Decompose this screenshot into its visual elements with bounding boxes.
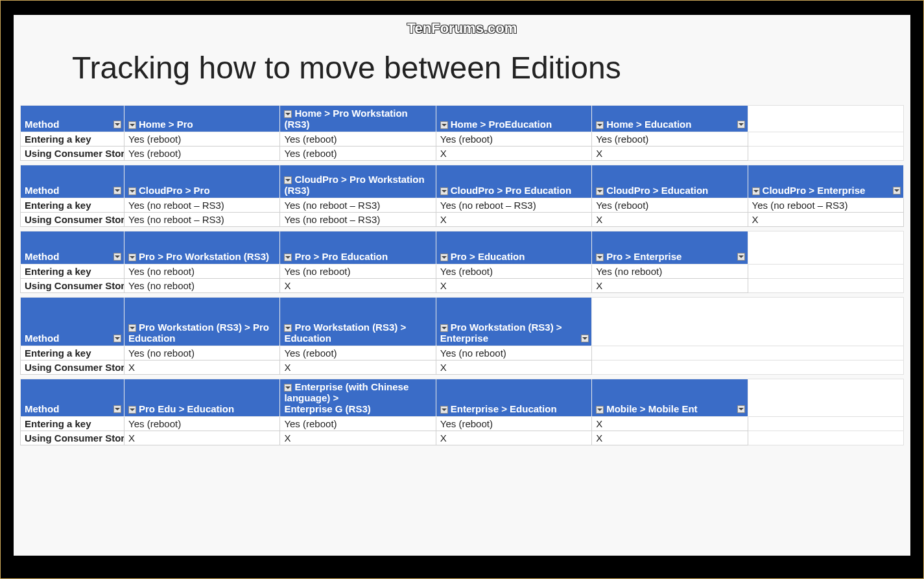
cell: X: [748, 213, 903, 227]
editions-table: MethodPro Edu > EducationEnterprise (wit…: [20, 379, 904, 445]
column-header-label: Pro > Pro Workstation (RS3): [139, 251, 269, 262]
filter-dropdown-icon[interactable]: [440, 406, 448, 414]
column-header-label: Pro Workstation (RS3) > Enterprise: [440, 322, 562, 344]
column-header[interactable]: Pro Workstation (RS3) > Enterprise: [436, 298, 591, 346]
cell: X: [280, 360, 436, 375]
filter-dropdown-icon[interactable]: [113, 121, 121, 128]
filter-dropdown-icon[interactable]: [128, 121, 136, 129]
filter-dropdown-icon[interactable]: [284, 176, 292, 184]
filter-dropdown-icon[interactable]: [596, 254, 604, 261]
filter-dropdown-icon[interactable]: [737, 253, 745, 261]
row-label: Entering a key: [21, 132, 124, 147]
filter-dropdown-icon[interactable]: [440, 324, 448, 332]
filter-dropdown-icon[interactable]: [128, 187, 136, 195]
filter-dropdown-icon[interactable]: [752, 187, 760, 195]
filter-dropdown-icon[interactable]: [440, 187, 448, 195]
table-row: Entering a keyYes (no reboot)Yes (reboot…: [21, 346, 904, 360]
filter-dropdown-icon[interactable]: [737, 121, 745, 128]
column-header-label: Home > Education: [606, 119, 691, 130]
filter-dropdown-icon[interactable]: [596, 121, 604, 129]
row-label: Using Consumer Store: [21, 431, 124, 445]
filter-dropdown-icon[interactable]: [581, 335, 589, 342]
filter-dropdown-icon[interactable]: [284, 324, 292, 332]
column-header-method[interactable]: Method: [21, 106, 124, 132]
row-label: Using Consumer Store: [21, 279, 124, 293]
filter-dropdown-icon[interactable]: [737, 405, 745, 413]
row-label: Using Consumer Store: [21, 147, 124, 161]
table-row: Entering a keyYes (reboot)Yes (reboot)Ye…: [21, 132, 904, 147]
column-header[interactable]: Home > Pro Workstation (RS3): [280, 106, 436, 132]
column-header[interactable]: CloudPro > Pro Education: [436, 165, 591, 198]
column-header[interactable]: Enterprise > Education: [436, 379, 591, 417]
filter-dropdown-icon[interactable]: [440, 121, 448, 129]
filter-dropdown-icon[interactable]: [596, 406, 604, 414]
column-header[interactable]: CloudPro > Education: [592, 165, 748, 198]
filter-dropdown-icon[interactable]: [893, 187, 901, 195]
column-header[interactable]: Pro Workstation (RS3) > Education: [280, 298, 436, 346]
filter-dropdown-icon[interactable]: [113, 405, 121, 413]
column-header-label: CloudPro > Education: [606, 185, 708, 196]
row-label: Entering a key: [21, 265, 124, 279]
column-header[interactable]: Home > Pro: [124, 106, 280, 132]
row-label: Entering a key: [21, 198, 124, 213]
column-header-empty: [592, 298, 904, 346]
cell: Yes (no reboot – RS3): [280, 198, 436, 213]
cell: Yes (reboot): [436, 417, 591, 431]
cell: X: [436, 147, 591, 161]
column-header[interactable]: CloudPro > Pro: [124, 165, 280, 198]
page-title: Tracking how to move between Editions: [14, 15, 910, 105]
cell: Yes (no reboot): [124, 265, 280, 279]
column-header-label: Pro Edu > Education: [139, 403, 234, 414]
filter-dropdown-icon[interactable]: [440, 254, 448, 261]
cell: Yes (no reboot – RS3): [280, 213, 436, 227]
column-header[interactable]: CloudPro > Enterprise: [748, 165, 903, 198]
cell: Yes (reboot): [436, 132, 591, 147]
filter-dropdown-icon[interactable]: [284, 254, 292, 261]
cell: X: [280, 431, 436, 445]
filter-dropdown-icon[interactable]: [113, 187, 121, 195]
column-header[interactable]: Pro > Pro Education: [280, 231, 436, 265]
filter-dropdown-icon[interactable]: [596, 187, 604, 195]
column-header-label: Mobile > Mobile Ent: [606, 403, 697, 414]
cell: X: [592, 279, 748, 293]
column-header[interactable]: Pro > Pro Workstation (RS3): [124, 231, 280, 265]
column-header-label: CloudPro > Pro: [139, 185, 210, 196]
table-row: Entering a keyYes (no reboot – RS3)Yes (…: [21, 198, 904, 213]
filter-dropdown-icon[interactable]: [128, 254, 136, 261]
column-header[interactable]: Home > ProEducation: [436, 106, 591, 132]
column-header-method[interactable]: Method: [21, 231, 124, 265]
table-row: Entering a keyYes (no reboot)Yes (no reb…: [21, 265, 904, 279]
filter-dropdown-icon[interactable]: [284, 110, 292, 118]
filter-dropdown-icon[interactable]: [113, 253, 121, 261]
filter-dropdown-icon[interactable]: [128, 406, 136, 414]
column-header[interactable]: Pro > Education: [436, 231, 591, 265]
cell: [748, 147, 903, 161]
cell: Yes (no reboot): [436, 346, 591, 360]
cell: X: [124, 431, 280, 445]
cell: X: [592, 147, 748, 161]
cell: [748, 279, 903, 293]
cell: X: [436, 279, 591, 293]
row-label: Using Consumer Store: [21, 360, 124, 375]
column-header-method[interactable]: Method: [21, 165, 124, 198]
column-header-label: Pro Workstation (RS3) > Education: [284, 322, 406, 344]
column-header-method[interactable]: Method: [21, 298, 124, 346]
cell: X: [592, 417, 748, 431]
table-row: Using Consumer StoreXXX: [21, 360, 904, 375]
editions-table: MethodCloudPro > ProCloudPro > Pro Works…: [20, 165, 904, 227]
column-header[interactable]: CloudPro > Pro Workstation (RS3): [280, 165, 436, 198]
row-label: Entering a key: [21, 346, 124, 360]
editions-table: MethodPro > Pro Workstation (RS3)Pro > P…: [20, 231, 904, 293]
column-header-method[interactable]: Method: [21, 379, 124, 417]
cell: Yes (reboot): [124, 417, 280, 431]
filter-dropdown-icon[interactable]: [128, 324, 136, 332]
filter-dropdown-icon[interactable]: [284, 384, 292, 392]
column-header[interactable]: Pro Edu > Education: [124, 379, 280, 417]
column-header[interactable]: Home > Education: [592, 106, 748, 132]
filter-dropdown-icon[interactable]: [113, 335, 121, 342]
column-header-label: Home > Pro Workstation (RS3): [284, 108, 407, 130]
column-header[interactable]: Mobile > Mobile Ent: [592, 379, 748, 417]
column-header[interactable]: Enterprise (with Chinese language) >Ente…: [280, 379, 436, 417]
column-header[interactable]: Pro Workstation (RS3) > Pro Education: [124, 298, 280, 346]
column-header[interactable]: Pro > Enterprise: [592, 231, 748, 265]
